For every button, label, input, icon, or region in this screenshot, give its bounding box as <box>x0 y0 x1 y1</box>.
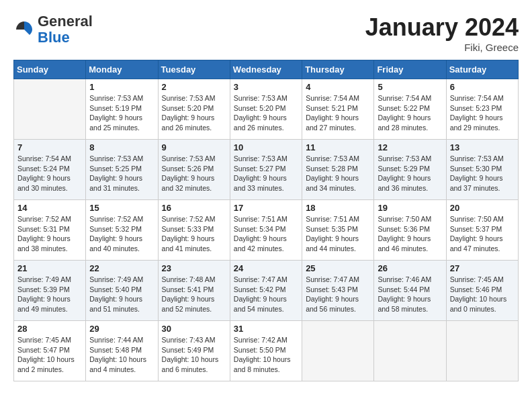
day-number: 31 <box>234 324 298 334</box>
weekday-header-wednesday: Wednesday <box>230 60 302 79</box>
weekday-header-friday: Friday <box>374 60 446 79</box>
calendar-cell: 9Sunrise: 7:53 AMSunset: 5:26 PMDaylight… <box>158 140 230 200</box>
weekday-header-tuesday: Tuesday <box>158 60 230 79</box>
day-info: Sunrise: 7:42 AMSunset: 5:50 PMDaylight:… <box>234 335 298 375</box>
day-number: 18 <box>306 203 370 213</box>
calendar-cell: 8Sunrise: 7:53 AMSunset: 5:25 PMDaylight… <box>86 140 158 200</box>
day-number: 14 <box>17 203 82 213</box>
calendar-cell: 28Sunrise: 7:45 AMSunset: 5:47 PMDayligh… <box>14 321 86 381</box>
calendar-cell: 17Sunrise: 7:51 AMSunset: 5:34 PMDayligh… <box>230 200 302 261</box>
calendar-cell: 13Sunrise: 7:53 AMSunset: 5:30 PMDayligh… <box>446 140 518 200</box>
day-number: 24 <box>234 263 298 273</box>
page-container: General Blue January 2024 Fiki, Greece S… <box>13 13 519 381</box>
calendar-cell <box>446 321 518 381</box>
calendar-cell: 29Sunrise: 7:44 AMSunset: 5:48 PMDayligh… <box>86 321 158 381</box>
calendar-cell: 23Sunrise: 7:48 AMSunset: 5:41 PMDayligh… <box>158 261 230 321</box>
day-number: 23 <box>162 263 226 273</box>
calendar-cell: 27Sunrise: 7:45 AMSunset: 5:46 PMDayligh… <box>446 261 518 321</box>
day-info: Sunrise: 7:52 AMSunset: 5:31 PMDaylight:… <box>17 214 82 254</box>
calendar-cell <box>14 79 86 140</box>
day-info: Sunrise: 7:51 AMSunset: 5:34 PMDaylight:… <box>234 214 298 254</box>
day-number: 11 <box>306 142 370 152</box>
calendar-cell: 21Sunrise: 7:49 AMSunset: 5:39 PMDayligh… <box>14 261 86 321</box>
calendar-cell: 10Sunrise: 7:53 AMSunset: 5:27 PMDayligh… <box>230 140 302 200</box>
weekday-header-sunday: Sunday <box>14 60 86 79</box>
logo-text: General Blue <box>38 13 93 46</box>
calendar-cell: 6Sunrise: 7:54 AMSunset: 5:23 PMDaylight… <box>446 79 518 140</box>
day-info: Sunrise: 7:43 AMSunset: 5:49 PMDaylight:… <box>162 335 226 375</box>
day-number: 3 <box>234 82 298 92</box>
calendar-cell: 24Sunrise: 7:47 AMSunset: 5:42 PMDayligh… <box>230 261 302 321</box>
calendar-week-row: 7Sunrise: 7:54 AMSunset: 5:24 PMDaylight… <box>14 140 519 200</box>
calendar-cell: 16Sunrise: 7:52 AMSunset: 5:33 PMDayligh… <box>158 200 230 261</box>
day-number: 10 <box>234 142 298 152</box>
calendar-week-row: 21Sunrise: 7:49 AMSunset: 5:39 PMDayligh… <box>14 261 519 321</box>
day-info: Sunrise: 7:44 AMSunset: 5:48 PMDaylight:… <box>89 335 154 375</box>
calendar-cell: 26Sunrise: 7:46 AMSunset: 5:44 PMDayligh… <box>374 261 446 321</box>
day-number: 9 <box>162 142 226 152</box>
day-number: 27 <box>450 263 515 273</box>
calendar: SundayMondayTuesdayWednesdayThursdayFrid… <box>13 60 519 381</box>
calendar-cell: 5Sunrise: 7:54 AMSunset: 5:22 PMDaylight… <box>374 79 446 140</box>
day-info: Sunrise: 7:53 AMSunset: 5:30 PMDaylight:… <box>450 154 515 193</box>
day-number: 25 <box>306 263 370 273</box>
location: Fiki, Greece <box>365 42 519 53</box>
day-info: Sunrise: 7:53 AMSunset: 5:20 PMDaylight:… <box>234 93 298 133</box>
day-info: Sunrise: 7:53 AMSunset: 5:26 PMDaylight:… <box>162 154 226 193</box>
calendar-week-row: 28Sunrise: 7:45 AMSunset: 5:47 PMDayligh… <box>14 321 519 381</box>
calendar-header-row: SundayMondayTuesdayWednesdayThursdayFrid… <box>14 60 519 79</box>
calendar-cell: 25Sunrise: 7:47 AMSunset: 5:43 PMDayligh… <box>302 261 374 321</box>
day-info: Sunrise: 7:54 AMSunset: 5:21 PMDaylight:… <box>306 93 370 133</box>
day-info: Sunrise: 7:48 AMSunset: 5:41 PMDaylight:… <box>162 275 226 314</box>
day-number: 12 <box>378 142 442 152</box>
day-info: Sunrise: 7:53 AMSunset: 5:19 PMDaylight:… <box>89 93 154 133</box>
calendar-cell: 31Sunrise: 7:42 AMSunset: 5:50 PMDayligh… <box>230 321 302 381</box>
day-number: 21 <box>17 263 82 273</box>
calendar-week-row: 14Sunrise: 7:52 AMSunset: 5:31 PMDayligh… <box>14 200 519 261</box>
day-info: Sunrise: 7:45 AMSunset: 5:47 PMDaylight:… <box>17 335 82 375</box>
logo: General Blue <box>13 13 93 46</box>
day-info: Sunrise: 7:53 AMSunset: 5:25 PMDaylight:… <box>89 154 154 193</box>
weekday-header-thursday: Thursday <box>302 60 374 79</box>
calendar-cell: 18Sunrise: 7:51 AMSunset: 5:35 PMDayligh… <box>302 200 374 261</box>
day-number: 16 <box>162 203 226 213</box>
title-area: January 2024 Fiki, Greece <box>365 13 519 53</box>
day-number: 4 <box>306 82 370 92</box>
logo-blue: Blue <box>38 29 70 46</box>
day-info: Sunrise: 7:50 AMSunset: 5:36 PMDaylight:… <box>378 214 442 254</box>
day-number: 30 <box>162 324 226 334</box>
calendar-cell: 12Sunrise: 7:53 AMSunset: 5:29 PMDayligh… <box>374 140 446 200</box>
day-info: Sunrise: 7:54 AMSunset: 5:22 PMDaylight:… <box>378 93 442 133</box>
calendar-cell: 14Sunrise: 7:52 AMSunset: 5:31 PMDayligh… <box>14 200 86 261</box>
day-info: Sunrise: 7:53 AMSunset: 5:20 PMDaylight:… <box>162 93 226 133</box>
day-number: 13 <box>450 142 515 152</box>
weekday-header-monday: Monday <box>86 60 158 79</box>
calendar-cell <box>302 321 374 381</box>
day-info: Sunrise: 7:52 AMSunset: 5:32 PMDaylight:… <box>89 214 154 254</box>
day-info: Sunrise: 7:49 AMSunset: 5:40 PMDaylight:… <box>89 275 154 314</box>
day-info: Sunrise: 7:50 AMSunset: 5:37 PMDaylight:… <box>450 214 515 254</box>
day-info: Sunrise: 7:49 AMSunset: 5:39 PMDaylight:… <box>17 275 82 314</box>
calendar-cell: 7Sunrise: 7:54 AMSunset: 5:24 PMDaylight… <box>14 140 86 200</box>
logo-icon <box>13 19 35 40</box>
day-number: 7 <box>17 142 82 152</box>
day-info: Sunrise: 7:53 AMSunset: 5:27 PMDaylight:… <box>234 154 298 193</box>
page-header: General Blue January 2024 Fiki, Greece <box>13 13 519 53</box>
day-info: Sunrise: 7:45 AMSunset: 5:46 PMDaylight:… <box>450 275 515 314</box>
day-number: 2 <box>162 82 226 92</box>
day-number: 1 <box>89 82 154 92</box>
day-number: 15 <box>89 203 154 213</box>
calendar-cell: 1Sunrise: 7:53 AMSunset: 5:19 PMDaylight… <box>86 79 158 140</box>
day-info: Sunrise: 7:54 AMSunset: 5:23 PMDaylight:… <box>450 93 515 133</box>
calendar-cell: 30Sunrise: 7:43 AMSunset: 5:49 PMDayligh… <box>158 321 230 381</box>
calendar-cell: 15Sunrise: 7:52 AMSunset: 5:32 PMDayligh… <box>86 200 158 261</box>
day-info: Sunrise: 7:53 AMSunset: 5:29 PMDaylight:… <box>378 154 442 193</box>
day-info: Sunrise: 7:47 AMSunset: 5:42 PMDaylight:… <box>234 275 298 314</box>
day-info: Sunrise: 7:53 AMSunset: 5:28 PMDaylight:… <box>306 154 370 193</box>
day-number: 8 <box>89 142 154 152</box>
day-number: 19 <box>378 203 442 213</box>
day-number: 26 <box>378 263 442 273</box>
day-number: 20 <box>450 203 515 213</box>
calendar-week-row: 1Sunrise: 7:53 AMSunset: 5:19 PMDaylight… <box>14 79 519 140</box>
calendar-cell: 2Sunrise: 7:53 AMSunset: 5:20 PMDaylight… <box>158 79 230 140</box>
